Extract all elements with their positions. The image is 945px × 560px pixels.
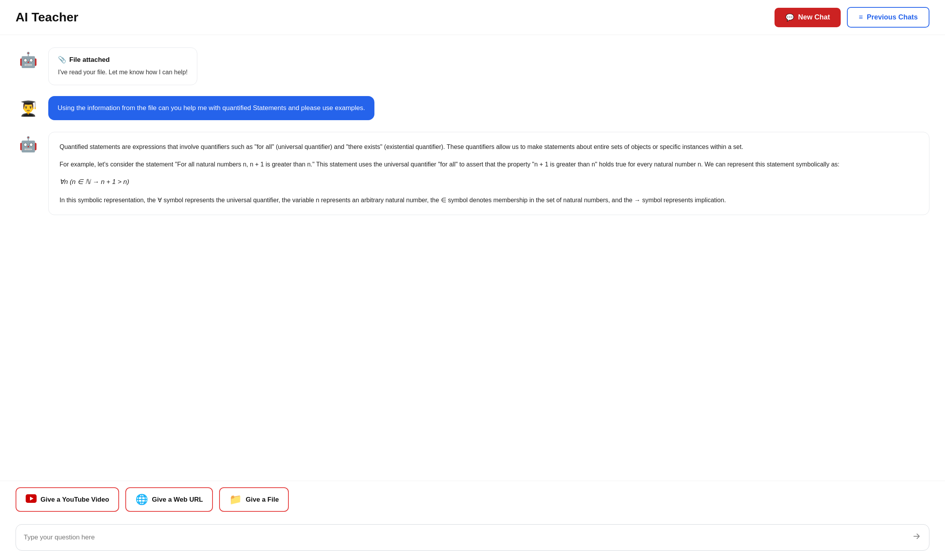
web-url-button[interactable]: 🌐 Give a Web URL (125, 487, 213, 512)
ai-response-para-1: Quantified statements are expressions th… (60, 142, 918, 152)
ai-response-para-2: For example, let's consider the statemen… (60, 159, 918, 170)
ai-response-para-3: In this symbolic representation, the ∀ s… (60, 195, 918, 205)
action-buttons-area: Give a YouTube Video 🌐 Give a Web URL 📁 … (0, 481, 945, 518)
previous-chats-label: Previous Chats (867, 13, 918, 21)
chat-input[interactable] (24, 534, 912, 541)
give-file-button[interactable]: 📁 Give a File (219, 487, 289, 512)
youtube-video-button[interactable]: Give a YouTube Video (16, 487, 119, 512)
chat-bubble-icon: 💬 (785, 13, 794, 22)
header-buttons: 💬 New Chat ≡ Previous Chats (775, 7, 929, 28)
app-title: AI Teacher (16, 10, 78, 24)
message-row-ai-response: 🤖 Quantified statements are expressions … (16, 132, 929, 215)
youtube-icon (26, 494, 37, 506)
youtube-video-label: Give a YouTube Video (40, 496, 109, 504)
send-button[interactable] (912, 532, 921, 543)
give-file-label: Give a File (246, 496, 279, 504)
new-chat-button[interactable]: 💬 New Chat (775, 8, 841, 27)
list-icon: ≡ (859, 13, 863, 21)
message-row-user: 👨‍🎓 Using the information from the file … (16, 96, 929, 121)
web-url-icon: 🌐 (135, 494, 148, 506)
file-icon: 📁 (229, 494, 242, 506)
previous-chats-button[interactable]: ≡ Previous Chats (847, 7, 929, 28)
file-attached-bubble: 📎 File attached I've read your file. Let… (48, 47, 197, 85)
app-header: AI Teacher 💬 New Chat ≡ Previous Chats (0, 0, 945, 35)
input-area (0, 518, 945, 560)
chat-area: 🤖 📎 File attached I've read your file. L… (0, 35, 945, 481)
web-url-label: Give a Web URL (152, 496, 203, 504)
user-message-bubble: Using the information from the file can … (48, 96, 374, 120)
new-chat-label: New Chat (798, 13, 830, 21)
paperclip-icon: 📎 (58, 56, 66, 64)
ai-response-math: ∀n (n ∈ ℕ → n + 1 > n) (60, 177, 918, 188)
send-icon (912, 532, 921, 543)
message-row-file-attached: 🤖 📎 File attached I've read your file. L… (16, 47, 929, 85)
user-avatar: 👨‍🎓 (16, 96, 40, 121)
ai-avatar-1: 🤖 (16, 47, 40, 72)
ai-response-bubble: Quantified statements are expressions th… (48, 132, 929, 215)
file-attached-text: I've read your file. Let me know how I c… (58, 68, 188, 77)
input-wrapper (16, 524, 929, 551)
file-attached-header: 📎 File attached (58, 56, 188, 64)
ai-avatar-2: 🤖 (16, 132, 40, 157)
